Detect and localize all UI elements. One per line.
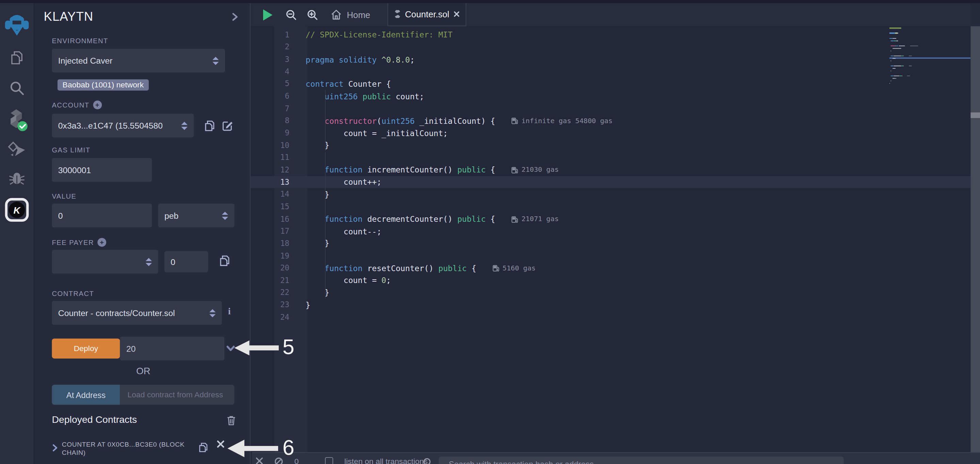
page-scrollbar[interactable] [970,26,980,464]
code-line-8[interactable]: 8 constructor(uint256 _initialCount) {in… [251,114,970,127]
clear-deployed-trash-icon[interactable] [227,415,236,425]
edit-account-icon[interactable] [222,120,233,131]
window-top-strip [0,0,980,3]
fee-payer-label: FEE PAYER + [52,238,106,247]
code-line-7[interactable]: 7 [251,102,970,114]
value-input[interactable]: 0 [52,204,152,227]
code-line-15[interactable]: 15 [251,201,970,213]
contract-info-icon[interactable]: i [226,306,233,317]
code-line-21[interactable]: 21 count = 0; [251,274,970,286]
code-line-11[interactable]: 11 [251,151,970,164]
gas-estimate-annotation: infinite gas 54800 gas [512,117,613,125]
file-explorer-icon[interactable] [0,49,34,67]
contract-label: CONTRACT [52,290,94,297]
step-5-number: 5 [283,335,294,359]
code-line-16[interactable]: 16 function decrementCounter() public {2… [251,213,970,225]
deployed-contract-item[interactable]: COUNTER AT 0X0CB...BC3E0 (BLOCK CHAIN) [52,440,224,456]
debugger-icon[interactable] [0,169,34,187]
value-label: VALUE [52,192,76,200]
klaytn-plugin-panel: KLAYTN ENVIRONMENT Injected Caver Baobab… [34,3,251,464]
deploy-run-icon[interactable] [0,140,34,159]
at-address-button[interactable]: At Address [52,385,120,405]
copy-contract-address-icon[interactable] [197,442,207,453]
scrollbar-thumb[interactable] [970,112,980,118]
fee-ratio-input[interactable]: 0 [164,251,208,272]
select-arrows-icon [218,211,228,220]
terminal-search-input[interactable] [448,459,835,464]
code-line-5[interactable]: 5contract Counter { [251,78,970,90]
step-6-number: 6 [283,435,294,460]
terminal-search-icon [423,458,433,464]
code-line-22[interactable]: 22 } [251,286,970,299]
clear-terminal-icon[interactable] [256,457,263,464]
tab-counter-sol[interactable]: Counter.sol [387,3,466,26]
terminal-pending-count: 0 [294,457,299,464]
deploy-button[interactable]: Deploy [52,338,120,359]
code-line-20[interactable]: 20 function resetCounter() public {5160 … [251,262,970,274]
add-account-icon[interactable]: + [93,101,102,110]
code-line-23[interactable]: 23} [251,299,970,311]
gas-limit-input[interactable]: 3000001 [52,158,152,182]
close-tab-icon[interactable] [454,11,460,17]
deploy-expand-chevron-icon[interactable] [226,345,235,351]
copy-account-icon[interactable] [203,119,215,132]
code-line-24[interactable]: 24 [251,311,970,323]
step-6-arrow-shaft [244,446,278,451]
solidity-compiler-icon[interactable] [0,108,34,132]
add-fee-payer-icon[interactable]: + [98,238,107,247]
listen-checkbox[interactable] [325,457,333,464]
code-line-3[interactable]: 3pragma solidity ^0.8.0; [251,53,970,66]
zoom-out-icon[interactable] [286,3,297,26]
gas-estimate-annotation: 21030 gas [512,166,559,174]
expand-contract-chevron-icon[interactable] [52,444,57,451]
deployed-contract-label: COUNTER AT 0X0CB...BC3E0 (BLOCK CHAIN) [62,440,193,456]
klaytn-logo-icon[interactable] [0,11,34,38]
code-line-10[interactable]: 10 } [251,139,970,151]
select-arrows-icon [177,121,187,130]
run-script-icon[interactable] [263,3,273,26]
tab-home[interactable]: Home [331,3,370,26]
panel-collapse-chevron-icon[interactable] [232,13,238,21]
pause-listen-icon[interactable] [274,457,283,464]
terminal-search-wrap [439,456,844,464]
at-address-input[interactable] [126,390,228,400]
fee-payer-select[interactable] [52,250,158,273]
remove-contract-icon[interactable] [217,440,224,448]
zoom-in-icon[interactable] [307,3,318,26]
search-plugin-icon[interactable] [0,79,34,97]
step-5-arrow-icon [234,340,250,356]
contract-select[interactable]: Counter - contracts/Counter.sol [52,301,221,325]
editor-minimap[interactable] [889,27,971,88]
listen-label: listen on all transactions [344,457,428,464]
account-select[interactable]: 0x3a3...e1C47 (15.5504580 [52,114,194,137]
environment-select[interactable]: Injected Caver [52,49,225,73]
code-line-9[interactable]: 9 count = _initialCount; [251,127,970,139]
icon-rail: K [0,3,34,464]
code-line-18[interactable]: 18 } [251,237,970,250]
code-line-4[interactable]: 4 [251,66,970,78]
code-line-12[interactable]: 12 function incrementCounter() public {2… [251,164,970,176]
environment-label: ENVIRONMENT [52,37,108,44]
value-unit-select[interactable]: peb [158,204,234,227]
solidity-file-icon [395,9,401,19]
gas-estimate-annotation: 5160 gas [493,264,536,272]
compiled-check-badge [18,121,27,131]
code-line-14[interactable]: 14 } [251,188,970,200]
code-line-17[interactable]: 17 count--; [251,225,970,237]
panel-title: KLAYTN [44,10,94,24]
code-line-2[interactable]: 2 [251,41,970,53]
copy-fee-payer-icon[interactable] [218,254,229,267]
deployed-contracts-title: Deployed Contracts [52,414,137,425]
code-line-6[interactable]: 6 uint256 public count; [251,90,970,102]
account-label: ACCOUNT + [52,101,102,110]
kaikas-wallet-icon[interactable]: K [0,198,34,222]
terminal-bar: 0 listen on all transactions [252,452,980,464]
gas-estimate-annotation: 21071 gas [512,215,559,223]
code-line-1[interactable]: 1// SPDX-License-Identifier: MIT [251,29,970,41]
select-arrows-icon [142,257,152,266]
step-6-arrow-icon [228,440,244,457]
network-badge: Baobab (1001) network [57,79,149,91]
deploy-args-input[interactable]: 20 [120,337,225,361]
code-line-13[interactable]: 13 count++; [251,176,970,188]
code-line-19[interactable]: 19 [251,250,970,262]
